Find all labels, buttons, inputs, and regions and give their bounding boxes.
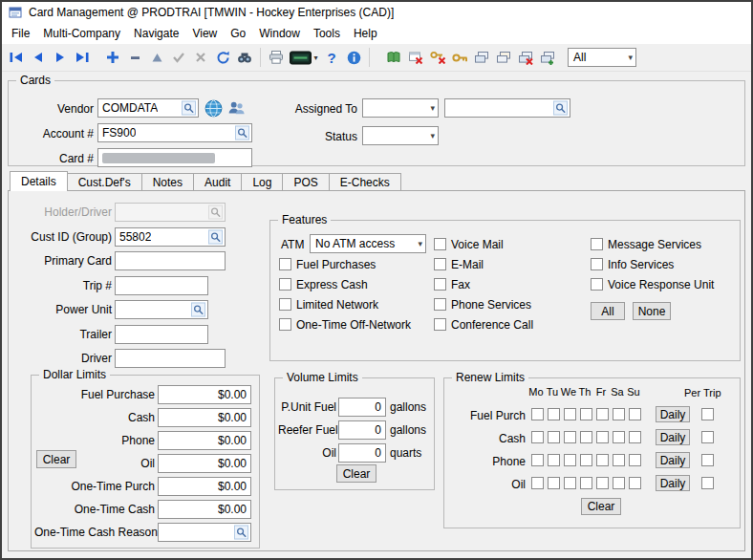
refresh-icon[interactable] [212,47,233,68]
tab-pos[interactable]: POS [282,173,329,191]
renew-oil-th-checkbox[interactable] [580,477,592,489]
all-button[interactable]: All [591,302,625,320]
tab-e-checks[interactable]: E-Checks [329,173,401,191]
checkbox-fuel-purchases[interactable]: Fuel Purchases [279,258,376,271]
renew-cash-sa-checkbox[interactable] [613,431,625,443]
renew-oil-per-trip-checkbox[interactable] [701,477,714,489]
menu-navigate[interactable]: Navigate [127,24,185,43]
renew-phone-fr-checkbox[interactable] [596,454,609,466]
renew-fuel-purch-fr-checkbox[interactable] [596,408,609,420]
last-record-icon[interactable] [72,47,93,68]
checkbox-express-cash[interactable]: Express Cash [279,278,368,291]
account-lookup-icon[interactable] [235,126,249,140]
add-icon[interactable] [102,47,123,68]
checkbox-info-services[interactable]: Info Services [591,258,674,271]
renew-oil-we-checkbox[interactable] [564,477,576,489]
checkbox-limited-network[interactable]: Limited Network [279,298,378,312]
cancel-icon[interactable] [190,47,211,68]
renew-cash-tu-checkbox[interactable] [548,431,560,443]
cards-copy-icon[interactable] [493,47,514,68]
card-display-button[interactable]: ▾ [288,47,320,68]
reefer-fuel-field[interactable]: 0 [338,420,386,440]
tab-audit[interactable]: Audit [193,173,242,191]
checkbox-voice-response-unit[interactable]: Voice Response Unit [591,278,714,291]
renew-fuel-purch-th-checkbox[interactable] [580,408,592,420]
p-unit-fuel-field[interactable]: 0 [338,398,386,417]
one-time-cash-reason-lookup-icon[interactable] [234,526,248,540]
trailer-field[interactable] [115,325,208,344]
checkbox-icon[interactable] [279,298,291,311]
toolbar-filter-combo[interactable]: All ▾ [568,48,636,67]
renew-cash-su-checkbox[interactable] [629,431,641,443]
checkbox-icon[interactable] [434,238,446,250]
vendor-lookup-icon[interactable] [182,101,196,116]
menu-view[interactable]: View [185,24,224,43]
primary-card-field[interactable] [115,251,226,270]
renew-fuel-purch-we-checkbox[interactable] [564,408,576,420]
none-button[interactable]: None [633,302,671,320]
assigned-to-combo[interactable]: ▾ [362,98,439,118]
menu-help[interactable]: Help [347,24,384,43]
card-number-field[interactable] [97,148,252,167]
renew-phone-th-checkbox[interactable] [580,454,592,466]
renew-cash-daily-button[interactable]: Daily [656,429,690,445]
tab-log[interactable]: Log [241,173,283,191]
checkbox-icon[interactable] [591,258,603,270]
driver-field[interactable] [115,349,226,368]
book-icon[interactable] [383,47,404,68]
print-icon[interactable] [266,47,287,68]
tab-details[interactable]: Details [10,171,68,191]
cust-id-field[interactable]: 55802 [115,227,226,247]
power-unit-lookup-icon[interactable] [191,303,205,317]
renew-phone-tu-checkbox[interactable] [548,454,560,466]
trip-field[interactable] [115,276,208,295]
renew-oil-fr-checkbox[interactable] [596,477,609,489]
first-record-icon[interactable] [6,47,27,68]
checkbox-icon[interactable] [279,258,291,270]
key-icon[interactable] [449,47,470,68]
checkbox-fax[interactable]: Fax [434,278,470,291]
vendor-field[interactable]: COMDATA [97,98,199,118]
renew-fuel-purch-daily-button[interactable]: Daily [656,406,690,422]
checkbox-icon[interactable] [434,278,446,291]
move-up-icon[interactable] [146,47,167,68]
checkbox-icon[interactable] [434,258,446,270]
renew-cash-fr-checkbox[interactable] [596,431,609,443]
renew-phone-su-checkbox[interactable] [629,454,641,466]
renew-cash-th-checkbox[interactable] [580,431,592,443]
renew-phone-daily-button[interactable]: Daily [656,452,690,468]
assigned-to-field[interactable] [444,98,570,118]
menu-tools[interactable]: Tools [307,24,347,43]
cust-id-lookup-icon[interactable] [208,230,223,245]
one-time-cash-field[interactable]: $0.00 [158,500,251,519]
tab-notes[interactable]: Notes [141,173,194,191]
checkbox-icon[interactable] [591,278,603,291]
checkbox-conference-call[interactable]: Conference Call [434,318,533,332]
checkbox-icon[interactable] [434,318,446,331]
menu-multi-company[interactable]: Multi-Company [36,24,127,43]
cards-delete-icon[interactable] [515,47,536,68]
renew-cash-we-checkbox[interactable] [564,431,576,443]
card-revoke-icon[interactable] [405,47,426,68]
power-unit-field[interactable] [115,300,208,319]
help-icon[interactable]: ? [321,47,342,68]
menu-go[interactable]: Go [224,24,252,43]
phone-field[interactable]: $0.00 [158,431,251,450]
people-icon[interactable] [226,97,247,118]
renew-phone-per-trip-checkbox[interactable] [701,454,714,466]
cards-stack-icon[interactable] [471,47,492,68]
renew-limits-clear-button[interactable]: Clear [581,498,621,515]
renew-oil-daily-button[interactable]: Daily [656,475,690,491]
renew-fuel-purch-tu-checkbox[interactable] [548,408,560,420]
oil-field[interactable]: $0.00 [158,454,251,473]
renew-fuel-purch-sa-checkbox[interactable] [613,408,625,420]
checkbox-voice-mail[interactable]: Voice Mail [434,238,504,251]
checkbox-phone-services[interactable]: Phone Services [434,298,531,312]
previous-record-icon[interactable] [28,47,49,68]
checkbox-icon[interactable] [279,318,291,331]
checkbox-icon[interactable] [591,238,603,250]
checkbox-message-services[interactable]: Message Services [591,238,701,251]
status-combo[interactable]: ▾ [362,126,439,145]
assigned-to-lookup-icon[interactable] [553,101,568,116]
renew-oil-sa-checkbox[interactable] [613,477,625,489]
